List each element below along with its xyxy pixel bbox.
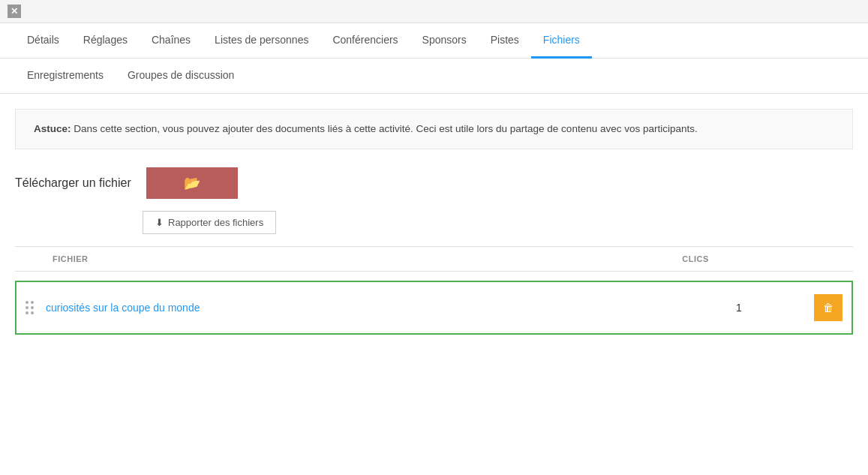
tab-pistes[interactable]: Pistes bbox=[479, 23, 531, 59]
drag-dot bbox=[26, 311, 29, 314]
trash-icon: 🗑 bbox=[823, 302, 833, 314]
upload-button[interactable]: 📂 bbox=[146, 167, 238, 199]
drag-handle[interactable] bbox=[26, 301, 34, 314]
tab-sponsors[interactable]: Sponsors bbox=[410, 23, 479, 59]
tab-conferenciers[interactable]: Conférenciers bbox=[320, 23, 410, 59]
tab-groupes[interactable]: Groupes de discussion bbox=[116, 59, 246, 94]
table-header: FICHIER CLICS bbox=[15, 247, 853, 272]
drag-dot bbox=[31, 301, 34, 304]
hint-text: Dans cette section, vous pouvez ajouter … bbox=[71, 123, 698, 134]
tab-enregistrements[interactable]: Enregistrements bbox=[15, 59, 116, 94]
nav-tabs-row2: Enregistrements Groupes de discussion bbox=[0, 59, 868, 94]
table-row: curiosités sur la coupe du monde 1 🗑 bbox=[15, 281, 853, 335]
tab-listes[interactable]: Listes de personnes bbox=[203, 23, 320, 59]
delete-button[interactable]: 🗑 bbox=[814, 294, 842, 321]
tab-fichiers[interactable]: Fichiers bbox=[531, 23, 592, 59]
clics-value: 1 bbox=[664, 302, 814, 314]
drag-dot bbox=[26, 306, 29, 309]
tab-chaines[interactable]: Chaînes bbox=[140, 23, 203, 59]
upload-label: Télécharger un fichier bbox=[15, 176, 131, 190]
col-header-fichier: FICHIER bbox=[53, 254, 620, 263]
drag-dot bbox=[31, 306, 34, 309]
drag-dot bbox=[26, 301, 29, 304]
upload-section: Télécharger un fichier 📂 bbox=[0, 149, 868, 211]
close-button[interactable]: ✕ bbox=[8, 5, 21, 18]
folder-icon: 📂 bbox=[184, 175, 200, 191]
nav-tabs-row1: Détails Réglages Chaînes Listes de perso… bbox=[0, 23, 868, 59]
report-button-label: Rapporter des fichiers bbox=[168, 217, 263, 228]
download-icon: ⬇ bbox=[155, 217, 164, 228]
hint-box: Astuce: Dans cette section, vous pouvez … bbox=[15, 109, 853, 149]
col-header-clics: CLICS bbox=[620, 254, 770, 263]
drag-dot bbox=[31, 311, 34, 314]
tab-details[interactable]: Détails bbox=[15, 23, 71, 59]
tab-reglages[interactable]: Réglages bbox=[71, 23, 140, 59]
hint-prefix: Astuce: bbox=[34, 123, 71, 134]
window-bar: ✕ bbox=[0, 0, 868, 23]
report-section: ⬇ Rapporter des fichiers bbox=[0, 211, 868, 246]
file-link[interactable]: curiosités sur la coupe du monde bbox=[46, 302, 664, 314]
table-section: FICHIER CLICS curiosités sur la coupe du… bbox=[0, 247, 868, 335]
report-button[interactable]: ⬇ Rapporter des fichiers bbox=[143, 211, 276, 234]
